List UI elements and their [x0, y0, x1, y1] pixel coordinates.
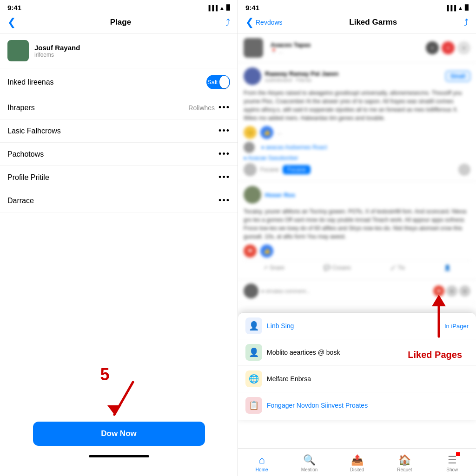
disited-tab-icon: 📤 [351, 454, 364, 466]
dow-now-button[interactable]: Dow Now [33, 422, 205, 446]
show-tab-icon: ☰ [448, 454, 457, 466]
setting-row-pachotows[interactable]: Pachotows ••• [0, 143, 238, 166]
liked-page-name-0: Linb Sing [267, 322, 294, 330]
setting-row-darrace[interactable]: Darrace ••• [0, 189, 238, 212]
show-tab-badge [456, 452, 460, 456]
right-back-text[interactable]: Revdows [256, 19, 283, 26]
bottom-area: 5 Dow Now [0, 212, 238, 476]
action-like[interactable]: 🖊 Tis [390, 264, 405, 271]
setting-row-ihrapers[interactable]: Ihrapers Roliwhes ••• [0, 96, 238, 119]
liked-pages-label: Liked Pages [408, 350, 462, 360]
comment-icon: 💬 [324, 264, 331, 271]
tab-show[interactable]: ☰ Show [429, 454, 476, 472]
right-nav-icon[interactable]: ⤴ [464, 17, 469, 28]
action-share[interactable]: ↗ Snare [263, 264, 284, 271]
more-icon-darrace[interactable]: ••• [218, 196, 230, 205]
post-2-reactions: ❤ 👍 [244, 245, 470, 258]
light-circle-btn[interactable]: • [457, 41, 470, 54]
tab-requet[interactable]: 🏠 Requet [381, 454, 428, 472]
proates-label: Proates [345, 402, 368, 409]
left-nav-bar: ❮ Plage ⤴ [0, 13, 238, 33]
requet-tab-label: Requet [397, 467, 412, 472]
wifi-icon: ▲ [219, 5, 225, 11]
p2-react-1: ❤ [244, 245, 257, 258]
setting-label-linked: Inked lireenas [7, 78, 54, 86]
tab-bar: ⌂ Home 🔍 Meation 📤 Disited 🏠 Requet ☰ Sh… [238, 448, 476, 476]
tag-name: ♦ aeacas Asdsemes Roact [261, 144, 327, 151]
right-signal-icon: ▐▐▐ [445, 5, 456, 11]
liked-page-icon-1: 👤 [249, 347, 259, 357]
setting-row-profile[interactable]: Profile Pritile ••• [0, 166, 238, 189]
post-1-avatar [244, 67, 261, 85]
tab-home[interactable]: ⌂ Home [238, 454, 285, 472]
post-2-header: Hoser Ros [244, 186, 470, 204]
red-circle-btn[interactable]: • [442, 41, 455, 54]
feed-post-2: Hoser Ros Tocaisy, yourer alMons an Tocr… [238, 181, 476, 280]
post-1-action-btn[interactable]: Sinall [445, 71, 470, 82]
setting-right-ihrapers: Roliwhes ••• [188, 103, 230, 112]
setting-label-profile: Profile Pritile [7, 173, 49, 182]
toggle-text: Salt [207, 79, 218, 86]
svg-marker-1 [107, 405, 121, 415]
liked-page-avatar-2: 🌐 [245, 370, 262, 387]
dark-circle-btn[interactable]: • [426, 41, 439, 54]
liked-page-row-3[interactable]: 📋 Fongager Novdon Siinvest Proates [238, 392, 476, 418]
red-arrow-down-svg [91, 380, 147, 422]
post-2-username: Hoser Ros [265, 192, 470, 198]
right-wifi-icon: ▲ [458, 5, 463, 11]
reaction-emoji-2: 👍 [260, 126, 273, 139]
more-icon-profile[interactable]: ••• [218, 172, 230, 182]
home-tab-label: Home [256, 467, 268, 472]
toggle-switch[interactable]: Salt [206, 75, 230, 89]
left-nav-icon[interactable]: ⤴ [225, 17, 230, 28]
feed-profile-avatar [244, 38, 263, 58]
right-status-bar: 9:41 ▐▐▐ ▲ ▉ [238, 0, 476, 13]
dow-now-label: Dow Now [101, 429, 137, 438]
liked-page-name-1: Moblito aeartices @ bosk [267, 349, 340, 356]
post-1-link[interactable]: ♦ Aoacae Sasubonber [244, 155, 470, 161]
toggle-container[interactable]: Salt [206, 75, 230, 89]
liked-page-icon-2: 🌐 [249, 374, 259, 384]
share-icon: ↗ [263, 264, 268, 271]
red-arrow-up-svg [420, 292, 457, 339]
liked-page-name-3: Fongager Novdon Siinvest Proates [267, 402, 368, 409]
profile-row[interactable]: Josuf Rayand irifoems [0, 33, 238, 68]
more-icon-ihrapers[interactable]: ••• [218, 103, 230, 112]
right-back-button[interactable]: ❮ [245, 16, 254, 28]
liked-page-avatar-1: 👤 [245, 344, 262, 361]
action-more[interactable]: 👤 [444, 264, 451, 271]
post-1-reactions: 😊 👍 ... [244, 126, 470, 139]
right-time: 9:41 [245, 4, 259, 12]
liked-page-row-2[interactable]: 🌐 Melfare Enbrsa [238, 366, 476, 392]
liked-page-avatar-3: 📋 [245, 397, 262, 414]
follow-text: Focane [260, 166, 279, 173]
home-tab-icon: ⌂ [259, 454, 265, 466]
reaction-count: ... [277, 129, 282, 136]
follow-button[interactable]: Focane [283, 165, 311, 174]
left-page-title: Plage [110, 18, 131, 27]
left-status-bar: 9:41 ▐▐▐ ▲ ▉ [0, 0, 238, 13]
comment-text: ♦ virnatas comment... [261, 288, 430, 294]
toggle-knob [219, 76, 229, 88]
post-1-meta: subfollowed · Fileras [265, 77, 445, 83]
meation-tab-icon: 🔍 [303, 454, 316, 466]
follow-more [458, 164, 470, 176]
setting-label-lasic: Lasic Falhcrows [7, 127, 61, 135]
tab-meation[interactable]: 🔍 Meation [285, 454, 333, 472]
left-back-button[interactable]: ❮ [7, 16, 16, 28]
post-1-user-info: Raaway Ramay Pal Jaeen subfollowed · Fil… [265, 70, 445, 83]
setting-label-ihrapers: Ihrapers [7, 104, 35, 112]
post-1-header: Raaway Ramay Pal Jaeen subfollowed · Fil… [244, 67, 470, 85]
setting-label-darrace: Darrace [7, 197, 34, 205]
liked-page-icon-0: 👤 [249, 321, 259, 331]
tab-disited[interactable]: 📤 Disited [333, 454, 381, 472]
left-status-icons: ▐▐▐ ▲ ▉ [207, 5, 230, 11]
right-battery-icon: ▉ [465, 5, 469, 11]
action-comment[interactable]: 💬 Cosanc [324, 264, 351, 271]
disited-tab-label: Disited [350, 467, 364, 472]
setting-row-linked[interactable]: Inked lireenas Salt [0, 68, 238, 96]
more-icon-lasic[interactable]: ••• [218, 126, 230, 136]
more-icon-pachotows[interactable]: ••• [218, 149, 230, 159]
liked-page-icon-3: 📋 [249, 400, 259, 410]
setting-row-lasic[interactable]: Lasic Falhcrows ••• [0, 119, 238, 143]
